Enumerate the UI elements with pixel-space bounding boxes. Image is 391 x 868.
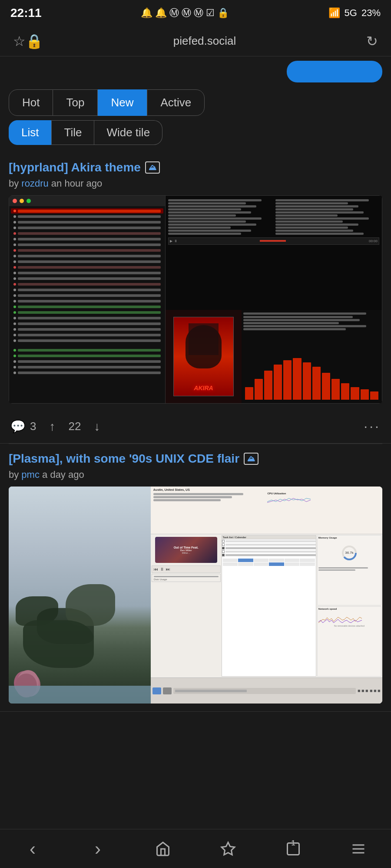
status-icons: 🔔 🔔 Ⓜ Ⓜ Ⓜ ☑ 🔒 — [141, 7, 229, 20]
action-button-area — [0, 56, 391, 82]
comment-icon: 💬 — [10, 419, 26, 434]
akira-left-panel — [9, 196, 166, 403]
downvote-action[interactable]: ↓ — [94, 420, 100, 434]
post-item: [Plasma], with some '90s UNIX CDE flair … — [0, 444, 391, 712]
post-author-link[interactable]: pmc — [21, 469, 40, 480]
bookmark-button[interactable] — [215, 836, 241, 862]
notification-icons: 🔔 🔔 Ⓜ Ⓜ Ⓜ ☑ 🔒 — [141, 7, 229, 20]
home-button[interactable] — [150, 836, 176, 862]
more-actions[interactable]: ··· — [364, 418, 381, 434]
sort-tab-top[interactable]: Top — [53, 89, 98, 116]
post-title[interactable]: [Plasma], with some '90s UNIX CDE flair — [9, 452, 382, 466]
signal-icon: 📶 — [328, 7, 340, 19]
forward-button[interactable]: › — [85, 836, 111, 862]
nav-bar: ‹ › 1 — [0, 829, 391, 868]
svg-marker-3 — [222, 842, 235, 855]
post-title[interactable]: [hyprland] Akira theme — [9, 161, 382, 174]
view-tab-wide[interactable]: Wide tile — [94, 120, 162, 145]
back-button[interactable]: ‹ — [20, 836, 46, 862]
post-image[interactable]: ▶ ⏸ 00:00 AKIRA — [9, 195, 382, 404]
post-time: a day ago — [42, 469, 84, 480]
tab-count-badge: 1 — [292, 839, 295, 847]
image-indicator-icon — [145, 161, 160, 174]
bottom-spacer — [0, 712, 391, 755]
favorite-icon[interactable]: ☆ — [13, 33, 26, 49]
comment-count: 3 — [30, 420, 36, 433]
sort-tab-hot[interactable]: Hot — [9, 89, 53, 116]
comments-action[interactable]: 💬 3 — [10, 419, 36, 434]
plasma-photo-left — [9, 487, 151, 704]
plasma-panels-right: Austin, United States, US CPU Utilizatio… — [151, 487, 382, 704]
akira-screenshot: ▶ ⏸ 00:00 AKIRA — [9, 195, 382, 404]
view-tab-list[interactable]: List — [9, 120, 51, 145]
post-meta: by rozdru an hour ago — [9, 178, 382, 189]
view-tabs: List Tile Wide tile — [0, 120, 391, 153]
post-item: [hyprland] Akira theme by rozdru an hour… — [0, 153, 391, 444]
post-author-link[interactable]: rozdru — [21, 178, 48, 189]
post-meta: by pmc a day ago — [9, 469, 382, 480]
address-bar: ☆ 🔒 piefed.social ↻ — [0, 26, 391, 56]
menu-button[interactable] — [345, 836, 371, 862]
image-indicator-icon — [244, 453, 258, 465]
tabs-button[interactable]: 1 — [280, 836, 306, 862]
svg-text:36.7k: 36.7k — [345, 551, 354, 555]
plasma-album-art: Out of Time Feat. Ben Miller Miller... — [155, 537, 217, 563]
status-bar: 22:11 🔔 🔔 Ⓜ Ⓜ Ⓜ ☑ 🔒 📶 5G 23% — [0, 0, 391, 26]
upvote-icon: ↑ — [49, 420, 55, 434]
status-right: 📶 5G 23% — [328, 7, 381, 19]
more-icon: ··· — [364, 418, 381, 434]
post-time: an hour ago — [51, 178, 102, 189]
signal-strength: 5G — [345, 7, 357, 19]
upvote-action[interactable]: ↑ — [49, 420, 55, 434]
lock-icon: 🔒 — [26, 33, 43, 49]
post-actions: 💬 3 ↑ 22 ↓ ··· — [9, 411, 382, 443]
akira-right-panel: ▶ ⏸ 00:00 AKIRA — [166, 196, 382, 403]
sort-tabs: Hot Top New Active — [0, 82, 391, 120]
downvote-icon: ↓ — [94, 420, 100, 434]
upvote-count: 22 — [68, 420, 81, 433]
view-tab-tile[interactable]: Tile — [51, 120, 94, 145]
battery-icon: 23% — [361, 7, 381, 19]
sort-tab-active[interactable]: Active — [147, 89, 205, 116]
post-image-plasma[interactable]: Austin, United States, US CPU Utilizatio… — [9, 487, 382, 704]
plasma-screenshot: Austin, United States, US CPU Utilizatio… — [9, 487, 382, 704]
sort-tab-new[interactable]: New — [98, 89, 147, 116]
subscribe-button[interactable] — [287, 61, 382, 82]
status-time: 22:11 — [10, 6, 42, 20]
url-display[interactable]: piefed.social — [43, 34, 366, 48]
refresh-icon[interactable]: ↻ — [366, 33, 378, 49]
